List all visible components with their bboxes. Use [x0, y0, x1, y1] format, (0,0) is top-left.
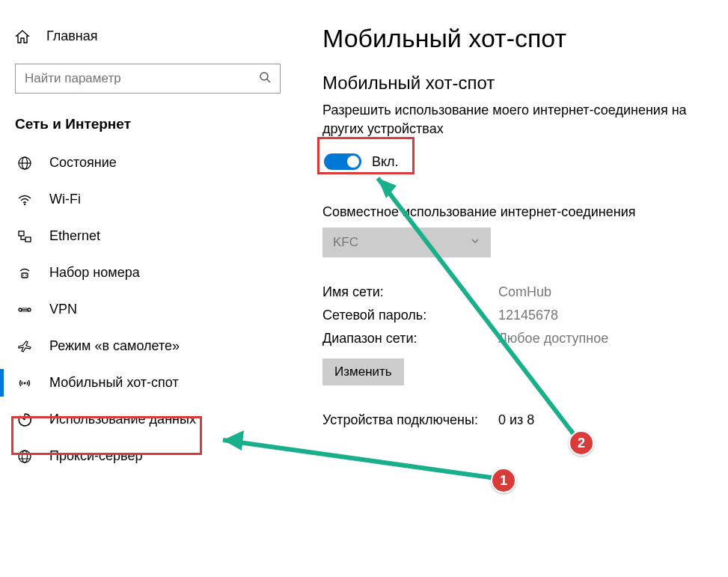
sidebar-item-ethernet[interactable]: Ethernet [0, 218, 296, 254]
sidebar-section-title: Сеть и Интернет [0, 107, 296, 144]
main-content: Мобильный хот-спот Мобильный хот-спот Ра… [296, 0, 728, 577]
search-input[interactable] [25, 71, 259, 86]
svg-point-17 [19, 451, 31, 462]
chevron-down-icon [470, 235, 480, 250]
network-password-label: Сетевой пароль: [322, 308, 498, 323]
sidebar-item-label: Wi-Fi [49, 192, 81, 207]
devices-row: Устройства подключены: 0 из 8 [322, 412, 706, 428]
sidebar-item-status[interactable]: Состояние [0, 144, 296, 181]
search-input-box[interactable] [15, 64, 281, 94]
sidebar-item-label: Мобильный хот-спот [49, 375, 179, 391]
globe-icon [16, 156, 33, 171]
sidebar-item-label: Ethernet [49, 228, 100, 244]
network-name-value: ComHub [498, 284, 706, 300]
sidebar-item-proxy[interactable]: Прокси-сервер [0, 438, 296, 474]
svg-point-12 [28, 308, 31, 311]
svg-point-10 [25, 275, 27, 276]
sidebar-item-vpn[interactable]: VPN [0, 291, 296, 328]
hotspot-toggle-row: Вкл. [322, 149, 418, 174]
network-band-value: Любое доступное [498, 331, 706, 346]
nav-home[interactable]: Главная [0, 22, 296, 50]
hotspot-toggle-label: Вкл. [372, 154, 399, 170]
sidebar: Главная Сеть и Интернет Состояние Wi-Fi [0, 0, 296, 577]
sidebar-item-label: Набор номера [49, 265, 140, 281]
svg-point-11 [19, 308, 22, 311]
sidebar-item-label: Состояние [49, 155, 117, 171]
svg-point-5 [24, 203, 25, 204]
sidebar-item-wifi[interactable]: Wi-Fi [0, 181, 296, 218]
svg-point-18 [22, 451, 28, 462]
hotspot-subtitle: Мобильный хот-спот [322, 73, 706, 94]
vpn-icon [16, 302, 33, 317]
sidebar-item-label: Использование данных [49, 412, 196, 427]
svg-point-9 [22, 275, 24, 276]
page-title: Мобильный хот-спот [322, 24, 706, 53]
dropdown-value: KFC [333, 235, 358, 250]
sidebar-item-label: VPN [49, 302, 77, 317]
network-password-value: 12145678 [498, 308, 706, 323]
svg-rect-7 [25, 237, 31, 242]
sidebar-item-label: Прокси-сервер [49, 448, 143, 464]
dialup-icon [16, 266, 33, 281]
data-usage-icon [16, 412, 33, 427]
sidebar-item-label: Режим «в самолете» [49, 338, 180, 354]
share-label: Совместное использование интернет-соедин… [322, 204, 706, 220]
svg-line-16 [20, 416, 25, 420]
svg-point-0 [260, 73, 268, 80]
sidebar-item-hotspot[interactable]: Мобильный хот-спот [0, 364, 296, 401]
share-connection-dropdown[interactable]: KFC [322, 228, 491, 257]
nav-home-label: Главная [46, 28, 98, 44]
devices-label: Устройства подключены: [322, 412, 498, 428]
network-band-label: Диапазон сети: [322, 331, 498, 346]
sidebar-item-data-usage[interactable]: Использование данных [0, 401, 296, 438]
network-info-grid: Имя сети: ComHub Сетевой пароль: 1214567… [322, 284, 706, 346]
svg-line-1 [267, 79, 270, 82]
hotspot-description: Разрешить использование моего интернет-с… [322, 101, 706, 138]
proxy-icon [16, 449, 33, 464]
sidebar-item-dialup[interactable]: Набор номера [0, 254, 296, 291]
sidebar-item-airplane[interactable]: Режим «в самолете» [0, 328, 296, 364]
ethernet-icon [16, 229, 33, 244]
hotspot-toggle[interactable] [324, 153, 361, 170]
home-icon [15, 29, 30, 44]
network-name-label: Имя сети: [322, 284, 498, 300]
hotspot-icon [16, 376, 33, 391]
wifi-icon [16, 192, 33, 207]
edit-button[interactable]: Изменить [322, 358, 404, 385]
svg-point-14 [24, 382, 26, 384]
devices-value: 0 из 8 [498, 412, 706, 428]
search-icon [259, 71, 271, 86]
svg-rect-6 [19, 231, 24, 236]
airplane-icon [16, 339, 33, 354]
